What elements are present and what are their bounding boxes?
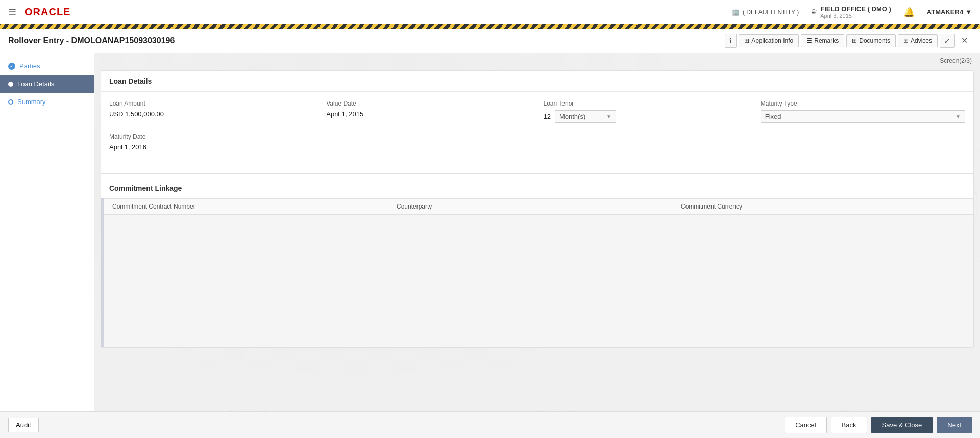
entity-info: 🏢 ( DEFAULTENTITY ) (732, 9, 799, 16)
user-name: ATMAKER4 (927, 8, 963, 16)
content-inner: Screen(2/3) Loan Details Loan Amount USD… (94, 53, 980, 411)
top-nav: ☰ ORACLE 🏢 ( DEFAULTENTITY ) 🏛 FIELD OFF… (0, 0, 980, 24)
maturity-date-label: Maturity Date (109, 133, 314, 140)
application-info-label: Application Info (751, 37, 793, 44)
loan-details-section-title: Loan Details (101, 71, 973, 92)
loan-amount-field: Loan Amount USD 1,500,000.00 (109, 100, 314, 123)
commitment-table: Commitment Contract Number Counterparty … (101, 198, 973, 347)
loan-details-dot-icon (8, 82, 13, 87)
value-date-value: April 1, 2015 (326, 110, 531, 118)
hamburger-icon[interactable]: ☰ (8, 7, 16, 18)
maturity-type-dropdown[interactable]: Fixed ▼ (761, 110, 965, 123)
sidebar-item-summary[interactable]: Summary (0, 93, 94, 111)
content-area: Screen(2/3) Loan Details Loan Amount USD… (94, 53, 980, 411)
col-commitment-contract: Commitment Contract Number (112, 203, 397, 210)
dropdown-arrow-icon: ▼ (606, 114, 611, 119)
advices-icon: ⊞ (903, 37, 909, 44)
remarks-icon: ☰ (806, 37, 812, 44)
loan-tenor-unit-value: Month(s) (559, 113, 585, 120)
maturity-date-field: Maturity Date April 1, 2016 (109, 133, 314, 151)
building-icon: 🏢 (732, 9, 740, 16)
col-commitment-currency: Commitment Currency (681, 203, 965, 210)
loan-details-panel: Loan Details Loan Amount USD 1,500,000.0… (101, 70, 974, 348)
maturity-type-label: Maturity Type (761, 100, 965, 107)
nav-right: 🏢 ( DEFAULTENTITY ) 🏛 FIELD OFFICE ( DMO… (732, 5, 972, 19)
maturity-date-value: April 1, 2016 (109, 143, 314, 151)
summary-dot-icon (8, 99, 13, 105)
maturity-type-field: Maturity Type Fixed ▼ (761, 100, 965, 123)
loan-tenor-field: Loan Tenor 12 Month(s) ▼ (544, 100, 748, 123)
loan-tenor-unit-dropdown[interactable]: Month(s) ▼ (555, 110, 616, 123)
remarks-label: Remarks (814, 37, 839, 44)
office-label: FIELD OFFICE ( DMO ) (820, 5, 891, 13)
main-layout: ✓ Parties Loan Details Summary Screen(2/… (0, 53, 980, 411)
summary-label: Summary (17, 98, 46, 106)
loan-details-label: Loan Details (17, 80, 54, 88)
page-title: Rollover Entry - DMOLOANAP15093030196 (8, 36, 175, 45)
value-date-label: Value Date (326, 100, 531, 107)
table-header: Commitment Contract Number Counterparty … (104, 198, 973, 215)
oracle-logo: ORACLE (24, 6, 70, 18)
user-menu[interactable]: ATMAKER4 ▼ (927, 8, 972, 16)
office-date: April 3, 2015 (820, 13, 891, 19)
footer-right: Cancel Back Save & Close Next (785, 417, 972, 433)
form-row-2: Maturity Date April 1, 2016 (109, 133, 965, 151)
entity-name: ( DEFAULTENTITY ) (743, 9, 799, 16)
remarks-button[interactable]: ☰ Remarks (801, 34, 844, 47)
page-header: Rollover Entry - DMOLOANAP15093030196 ℹ … (0, 29, 980, 53)
loan-tenor-label: Loan Tenor (544, 100, 748, 107)
loan-details-body: Loan Amount USD 1,500,000.00 Value Date … (101, 92, 973, 169)
documents-button[interactable]: ⊞ Documents (846, 34, 896, 47)
close-button[interactable]: ✕ (957, 33, 972, 48)
col-counterparty: Counterparty (397, 203, 681, 210)
table-body-empty (104, 215, 973, 347)
maturity-type-arrow-icon: ▼ (955, 114, 961, 119)
office-info: 🏛 FIELD OFFICE ( DMO ) April 3, 2015 (811, 5, 891, 19)
chevron-down-icon: ▼ (965, 8, 972, 16)
application-info-button[interactable]: ⊞ Application Info (739, 34, 799, 47)
save-close-button[interactable]: Save & Close (871, 417, 933, 433)
sidebar-item-parties[interactable]: ✓ Parties (0, 57, 94, 75)
footer: Audit Cancel Back Save & Close Next (0, 411, 980, 438)
documents-icon: ⊞ (852, 37, 857, 44)
parties-check-icon: ✓ (8, 63, 15, 70)
sidebar-item-loan-details[interactable]: Loan Details (0, 75, 94, 93)
value-date-field: Value Date April 1, 2015 (326, 100, 531, 123)
expand-button[interactable]: ⤢ (940, 34, 955, 48)
form-row-1: Loan Amount USD 1,500,000.00 Value Date … (109, 100, 965, 123)
page-toolbar: ℹ ⊞ Application Info ☰ Remarks ⊞ Documen… (725, 33, 972, 48)
section-divider (101, 173, 973, 174)
progress-banner (0, 24, 980, 29)
audit-button[interactable]: Audit (8, 418, 39, 432)
advices-button[interactable]: ⊞ Advices (898, 34, 938, 47)
cancel-button[interactable]: Cancel (785, 417, 826, 433)
office-icon: 🏛 (811, 9, 817, 16)
info-button[interactable]: ℹ (725, 34, 737, 48)
screen-number: Screen(2/3) (94, 53, 980, 64)
maturity-type-value: Fixed (765, 113, 781, 120)
loan-tenor-value: 12 (544, 113, 551, 120)
next-button[interactable]: Next (937, 417, 972, 433)
commitment-linkage-title: Commitment Linkage (101, 178, 973, 198)
notification-bell-icon[interactable]: 🔔 (903, 7, 915, 18)
sidebar: ✓ Parties Loan Details Summary (0, 53, 94, 411)
loan-amount-value: USD 1,500,000.00 (109, 110, 314, 118)
documents-label: Documents (859, 37, 890, 44)
advices-label: Advices (911, 37, 932, 44)
loan-amount-label: Loan Amount (109, 100, 314, 107)
back-button[interactable]: Back (831, 417, 867, 433)
footer-left: Audit (8, 418, 39, 432)
parties-label: Parties (19, 62, 40, 70)
commitment-linkage-section: Commitment Linkage Commitment Contract N… (101, 178, 973, 347)
application-info-icon: ⊞ (744, 37, 749, 44)
